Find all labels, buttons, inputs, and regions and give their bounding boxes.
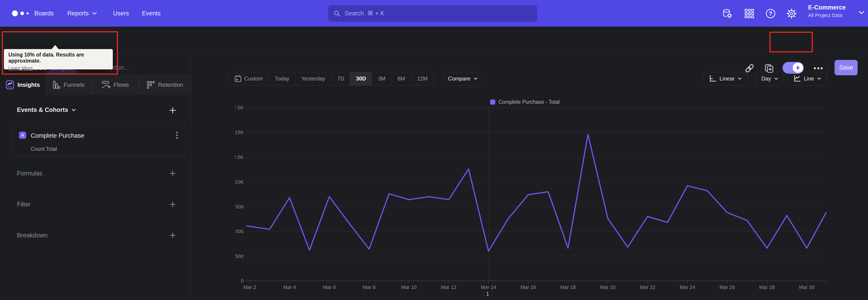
scale-label: Linear — [719, 76, 735, 82]
help-icon: ? — [765, 8, 776, 19]
x-axis-label: Mar 26 — [719, 284, 735, 290]
tab-insights-label: Insights — [18, 81, 40, 88]
x-axis-label: Mar 10 — [401, 284, 416, 290]
data-management-button[interactable] — [722, 8, 733, 19]
apps-grid-icon — [744, 8, 754, 19]
help-button[interactable]: ? — [765, 8, 776, 19]
breakdown-section: Breakdown — [0, 230, 191, 241]
x-axis-label: Mar 12 — [441, 284, 456, 290]
project-selector[interactable]: E-Commerce All Project Data — [808, 4, 846, 18]
project-name: E-Commerce — [808, 4, 846, 11]
add-breakdown-button[interactable] — [167, 230, 178, 241]
calendar-icon — [235, 75, 241, 82]
range-12m[interactable]: 12M — [411, 72, 434, 85]
event-options-button[interactable] — [173, 131, 181, 139]
y-axis-label: 0 — [241, 278, 244, 284]
save-button[interactable]: Save — [835, 60, 858, 75]
pagination-page-button[interactable]: 1 — [483, 289, 492, 299]
events-cohorts-label: Events & Cohorts — [17, 107, 68, 114]
linear-axis-icon — [709, 75, 716, 82]
breakdown-label: Breakdown — [17, 232, 48, 239]
y-axis-label: 7,500 — [235, 204, 244, 210]
events-cohorts-toggle[interactable]: Events & Cohorts — [17, 107, 76, 114]
range-3m-label: 3M — [378, 76, 385, 82]
tab-retention[interactable]: Retention — [139, 75, 191, 95]
x-axis-label: Mar 2 — [243, 284, 256, 290]
add-filter-button[interactable] — [167, 199, 178, 210]
search-bar[interactable] — [328, 5, 537, 22]
range-yesterday-label: Yesterday — [301, 76, 325, 82]
chart-type-dropdown[interactable]: Line — [788, 72, 827, 86]
range-6m-label: 6M — [398, 76, 405, 82]
event-metric[interactable]: Count Total — [31, 146, 57, 152]
plus-icon — [169, 232, 176, 239]
series-line — [235, 134, 827, 251]
line-chart-icon — [794, 75, 801, 82]
chevron-down-icon — [817, 77, 821, 80]
search-input[interactable] — [344, 10, 532, 17]
nav-item-events[interactable]: Events — [142, 0, 161, 27]
range-today[interactable]: Today — [269, 72, 295, 85]
range-custom[interactable]: Custom — [229, 72, 269, 85]
y-axis-label: 12.5K — [235, 154, 244, 160]
flows-icon — [101, 81, 111, 89]
events-cohorts-header: Events & Cohorts — [0, 105, 191, 116]
compare-dropdown[interactable]: Compare — [442, 72, 483, 86]
range-6m[interactable]: 6M — [392, 72, 411, 85]
add-formula-button[interactable] — [167, 168, 178, 179]
x-axis-label: Mar 28 — [759, 284, 775, 290]
scale-dropdown[interactable]: Linear — [704, 72, 747, 86]
learn-more-link[interactable]: Learn More — [8, 65, 33, 71]
nav-item-boards[interactable]: Boards — [34, 0, 54, 27]
event-name[interactable]: Complete Purchase — [31, 132, 84, 139]
x-axis-label: Mar 8 — [363, 284, 375, 290]
chevron-down-icon — [473, 77, 477, 80]
tab-flows[interactable]: Flows — [92, 75, 139, 95]
range-12m-label: 12M — [417, 76, 428, 82]
apps-grid-button[interactable] — [744, 8, 755, 19]
range-30d[interactable]: 30D — [350, 72, 372, 85]
chevron-down-icon — [738, 77, 742, 80]
mixpanel-logo[interactable] — [12, 10, 34, 17]
x-axis-label: Mar 18 — [560, 284, 576, 290]
retention-icon — [147, 81, 155, 89]
report-title-bar: Untitled Sampled + Add description... — [0, 27, 868, 54]
tab-funnels[interactable]: Funnels — [46, 75, 92, 95]
add-event-button[interactable] — [167, 105, 178, 116]
tab-insights[interactable]: Insights — [0, 75, 46, 95]
y-axis-label: 17.5K — [235, 105, 244, 111]
range-yesterday[interactable]: Yesterday — [295, 72, 331, 85]
database-gear-icon — [722, 8, 733, 19]
plus-icon — [169, 201, 176, 208]
event-card[interactable]: A Complete Purchase Count Total — [11, 126, 186, 156]
range-30d-label: 30D — [356, 76, 366, 82]
tab-flows-label: Flows — [114, 81, 129, 88]
plus-icon — [169, 107, 176, 114]
filter-section: Filter — [0, 199, 191, 210]
range-7d-label: 7D — [337, 76, 344, 82]
x-axis-label: Mar 30 — [799, 284, 814, 290]
range-7d[interactable]: 7D — [331, 72, 350, 85]
chevron-down-icon — [71, 109, 76, 112]
toggle-knob — [793, 63, 803, 73]
chevron-down-icon — [92, 12, 97, 15]
nav-boards-label: Boards — [34, 10, 54, 17]
y-axis-label: 2,500 — [235, 253, 244, 259]
y-axis-label: 5,000 — [235, 229, 244, 234]
range-3m[interactable]: 3M — [372, 72, 391, 85]
project-scope: All Project Data — [808, 12, 846, 18]
project-chevron-down-icon — [859, 11, 864, 14]
nav-item-reports[interactable]: Reports — [67, 0, 97, 27]
chart-type-label: Line — [804, 76, 814, 82]
formulas-section: Formulas — [0, 168, 191, 179]
chevron-down-icon — [774, 77, 778, 80]
link-icon — [745, 63, 754, 73]
event-series-badge: A — [19, 131, 26, 139]
nav-item-users[interactable]: Users — [113, 0, 129, 27]
granularity-dropdown[interactable]: Day — [756, 72, 784, 86]
settings-button[interactable] — [786, 8, 797, 19]
plus-icon — [169, 170, 176, 177]
compare-label: Compare — [448, 76, 470, 82]
tab-retention-label: Retention — [158, 81, 183, 88]
range-custom-label: Custom — [244, 76, 263, 82]
